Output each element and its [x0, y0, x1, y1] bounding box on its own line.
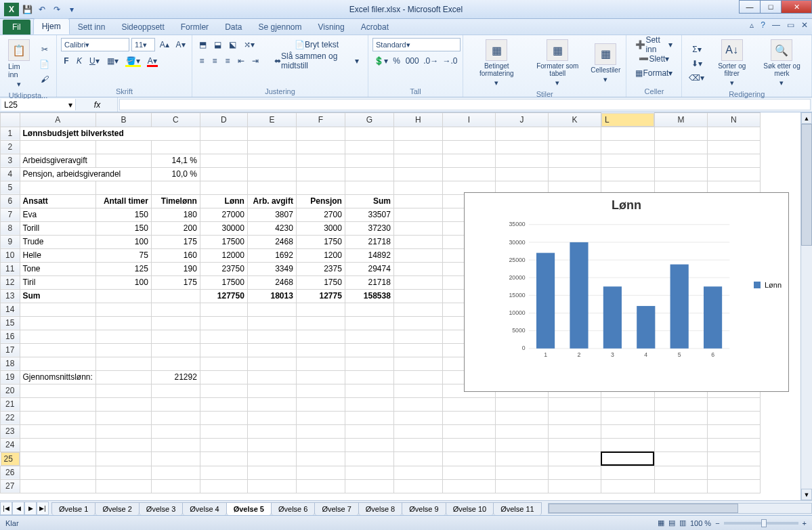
cell-E11[interactable]: 3349: [247, 262, 296, 275]
underline-button[interactable]: U▾: [87, 54, 102, 68]
cell-N26[interactable]: [707, 466, 760, 479]
cell-B26[interactable]: [95, 466, 151, 479]
cell-N2[interactable]: [707, 140, 760, 154]
cell-A22[interactable]: [20, 411, 95, 424]
cell-D12[interactable]: 17500: [200, 275, 247, 289]
cell-I3[interactable]: [442, 154, 495, 167]
cell-E8[interactable]: 4230: [247, 221, 296, 235]
cell-D1[interactable]: [200, 127, 247, 140]
cell-A7[interactable]: Eva: [20, 208, 95, 221]
row-header-17[interactable]: 17: [1, 343, 20, 357]
cell-G13[interactable]: 158538: [345, 289, 393, 303]
cell-G15[interactable]: [345, 316, 393, 330]
save-icon[interactable]: 💾: [20, 3, 34, 16]
cell-M22[interactable]: [654, 411, 707, 424]
close-button[interactable]: ✕: [781, 0, 812, 14]
hscroll-thumb[interactable]: [549, 504, 738, 513]
shrink-font-icon[interactable]: A▾: [173, 38, 188, 51]
cell-H5[interactable]: [393, 181, 442, 194]
cell-F24[interactable]: [296, 438, 345, 451]
cell-I25[interactable]: [442, 451, 495, 466]
cell-E23[interactable]: [247, 424, 296, 438]
col-header-B[interactable]: B: [95, 113, 151, 127]
cell-C14[interactable]: [151, 303, 200, 316]
cell-J4[interactable]: [495, 167, 548, 181]
redo-icon[interactable]: ↷: [50, 3, 64, 16]
cell-G22[interactable]: [345, 411, 393, 424]
format-as-table-button[interactable]: ▦Formater som tabell▾: [529, 38, 587, 89]
cell-D27[interactable]: [200, 479, 247, 493]
name-box[interactable]: L25▾: [1, 99, 76, 110]
row-header-2[interactable]: 2: [1, 140, 20, 154]
cell-H13[interactable]: [393, 289, 442, 303]
wrap-text-button[interactable]: 📄 Bryt tekst: [270, 38, 364, 51]
cell-F10[interactable]: 1200: [296, 248, 345, 262]
sheet-tab-øvelse-2[interactable]: Øvelse 2: [95, 502, 139, 515]
cell-N3[interactable]: [707, 154, 760, 167]
cell-I1[interactable]: [442, 127, 495, 140]
copy-icon[interactable]: 📄: [37, 58, 52, 71]
cell-K22[interactable]: [548, 411, 601, 424]
row-header-20[interactable]: 20: [1, 384, 20, 397]
cell-C23[interactable]: [151, 424, 200, 438]
cell-C8[interactable]: 200: [151, 221, 200, 235]
scroll-thumb[interactable]: [801, 124, 812, 246]
cell-H22[interactable]: [393, 411, 442, 424]
cell-C4[interactable]: 10,0 %: [151, 167, 200, 181]
vertical-scrollbar[interactable]: ▲ ▼: [800, 112, 812, 500]
cell-B20[interactable]: [95, 384, 151, 397]
embedded-chart[interactable]: Lønn 05000100001500020000250003000035000…: [464, 192, 789, 392]
cell-L26[interactable]: [601, 466, 654, 479]
cell-E22[interactable]: [247, 411, 296, 424]
cell-C19[interactable]: 21292: [151, 370, 200, 384]
cell-F27[interactable]: [296, 479, 345, 493]
cell-B10[interactable]: 75: [95, 248, 151, 262]
workbook-restore-icon[interactable]: ▭: [787, 20, 794, 30]
cell-E18[interactable]: [247, 357, 296, 370]
cell-K1[interactable]: [548, 127, 601, 140]
tab-segjennom[interactable]: Se gjennom: [250, 20, 309, 35]
cell-L21[interactable]: [601, 397, 654, 411]
sheet-nav-last-icon[interactable]: ▶|: [37, 502, 49, 515]
view-layout-icon[interactable]: ▤: [668, 518, 675, 527]
cell-F11[interactable]: 2375: [296, 262, 345, 275]
cell-K21[interactable]: [548, 397, 601, 411]
autosum-icon[interactable]: Σ▾: [686, 43, 707, 56]
row-header-8[interactable]: 8: [1, 221, 20, 235]
cell-D24[interactable]: [200, 438, 247, 451]
cell-G1[interactable]: [345, 127, 393, 140]
zoom-level[interactable]: 100 %: [690, 519, 711, 527]
cell-D13[interactable]: 127750: [200, 289, 247, 303]
cell-H2[interactable]: [393, 140, 442, 154]
cell-C22[interactable]: [151, 411, 200, 424]
bold-button[interactable]: F: [61, 54, 72, 68]
cell-G8[interactable]: 37230: [345, 221, 393, 235]
cell-B6[interactable]: Antall timer: [95, 194, 151, 208]
cell-L3[interactable]: [601, 154, 654, 167]
cell-H21[interactable]: [393, 397, 442, 411]
cell-G4[interactable]: [345, 167, 393, 181]
cell-G21[interactable]: [345, 397, 393, 411]
cell-I27[interactable]: [442, 479, 495, 493]
cell-G20[interactable]: [345, 384, 393, 397]
tab-hjem[interactable]: Hjem: [33, 18, 70, 35]
cell-G3[interactable]: [345, 154, 393, 167]
col-header-J[interactable]: J: [495, 113, 548, 127]
cell-B16[interactable]: [95, 330, 151, 343]
cell-F21[interactable]: [296, 397, 345, 411]
cell-F22[interactable]: [296, 411, 345, 424]
font-size-select[interactable]: 11 ▾: [131, 38, 155, 51]
cell-N27[interactable]: [707, 479, 760, 493]
cell-F17[interactable]: [296, 343, 345, 357]
cell-A18[interactable]: [20, 357, 95, 370]
row-header-6[interactable]: 6: [1, 194, 20, 208]
cell-B7[interactable]: 150: [95, 208, 151, 221]
cell-D19[interactable]: [200, 370, 247, 384]
cell-G17[interactable]: [345, 343, 393, 357]
cell-F19[interactable]: [296, 370, 345, 384]
sheet-tab-øvelse-5[interactable]: Øvelse 5: [226, 502, 272, 515]
row-header-18[interactable]: 18: [1, 357, 20, 370]
cell-H11[interactable]: [393, 262, 442, 275]
cell-N4[interactable]: [707, 167, 760, 181]
cell-B18[interactable]: [95, 357, 151, 370]
